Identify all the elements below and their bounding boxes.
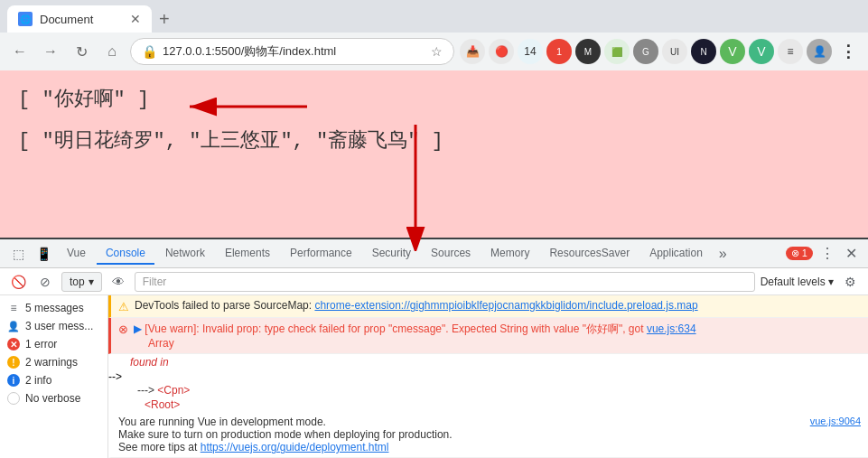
filter-user-messages[interactable]: 👤 3 user mess... (0, 317, 107, 335)
error-message-icon: ⊗ (118, 322, 128, 336)
root-component-name: <Root> (145, 398, 180, 411)
filter-toggle-button[interactable]: ⊘ (34, 271, 56, 293)
filter-input[interactable] (135, 272, 755, 292)
console-message-warning-1: ⚠ DevTools failed to parse SourceMap: ch… (108, 295, 868, 318)
message-text-1: DevTools failed to parse SourceMap: (135, 299, 314, 312)
error-message-text: [Vue warn]: Invalid prop: type check fai… (145, 322, 647, 335)
message-content-error: ▶ [Vue warn]: Invalid prop: type check f… (134, 322, 861, 350)
devtools-close-button[interactable]: ✕ (842, 241, 861, 266)
vue-source-info[interactable]: vue.js:9064 (810, 416, 861, 426)
bookmark-button[interactable]: ☆ (431, 44, 443, 59)
tab-application[interactable]: Application (640, 243, 712, 265)
info-count-label: 2 info (25, 374, 51, 387)
context-label: top (70, 276, 85, 288)
info-icon: i (7, 374, 20, 387)
ext-icon-11[interactable]: V (749, 39, 774, 64)
info-text-1: You are running Vue in development mode. (118, 416, 326, 428)
info-line-2: Make sure to turn on production mode whe… (118, 428, 861, 441)
devtools-left-icons: ⬚ 📱 (7, 243, 54, 265)
component-cpn-row: ---> <Cpn> (108, 383, 868, 397)
ext-icon-6[interactable]: 🟩 (604, 39, 630, 64)
tab-resourcessaver[interactable]: ResourcesSaver (540, 243, 639, 265)
settings-button[interactable]: ⚙ (839, 271, 861, 293)
more-tabs-button[interactable]: » (714, 242, 733, 266)
tab-elements[interactable]: Elements (216, 243, 279, 265)
sourcemap-link-1[interactable]: chrome-extension://gighmmpioibklfepjocna… (314, 299, 697, 312)
ext-icon-7[interactable]: G (633, 39, 658, 64)
ext-icon-9[interactable]: N (691, 39, 716, 64)
error-count-label: 1 error (25, 338, 57, 351)
verbose-icon (7, 392, 20, 405)
nav-bar: ← → ↻ ⌂ 🔒 127.0.0.1:5500/购物车/index.html … (0, 33, 868, 70)
devtools-menu-button[interactable]: ⋮ (817, 241, 838, 266)
refresh-button[interactable]: ↻ (69, 39, 94, 64)
message-filter-sidebar: ≡ 5 messages 👤 3 user mess... ✕ 1 error … (0, 295, 108, 458)
info-text-3: See more tips at (118, 441, 201, 453)
toolbar-icons: 📥 🔴 14 1 M 🟩 G UI N V V ≡ 👤 ⋮ (460, 39, 861, 64)
found-in-text: found in (130, 356, 169, 369)
ext-icon-2[interactable]: 🔴 (489, 39, 514, 64)
default-levels-button[interactable]: Default levels ▾ (761, 276, 834, 288)
found-in-row: found in (108, 354, 868, 370)
tab-network[interactable]: Network (156, 243, 214, 265)
ext-icon-5[interactable]: M (575, 39, 601, 64)
info-line-1: You are running Vue in development mode.… (118, 416, 861, 428)
vuejs-guide-link[interactable]: https://vuejs.org/guide/deployment.html (201, 441, 389, 453)
arrow-text: ---> (137, 384, 157, 397)
tab-close-button[interactable]: ✕ (130, 12, 141, 26)
tab-memory[interactable]: Memory (481, 243, 538, 265)
filter-all-messages[interactable]: ≡ 5 messages (0, 299, 107, 317)
filter-info[interactable]: i 2 info (0, 371, 107, 389)
all-messages-icon: ≡ (7, 302, 20, 314)
clear-console-button[interactable]: 🚫 (7, 271, 29, 293)
menu-button[interactable]: ⋮ (835, 39, 861, 64)
user-messages-icon: 👤 (7, 320, 20, 332)
browser-window: 🌐 Document ✕ + ← → ↻ ⌂ 🔒 127.0.0.1:5500/… (0, 0, 868, 70)
address-text: 127.0.0.1:5500/购物车/index.html (163, 43, 425, 60)
ext-icon-8[interactable]: UI (662, 39, 687, 64)
filter-errors[interactable]: ✕ 1 error (0, 335, 107, 353)
error-array-text: Array (134, 337, 174, 350)
tab-title: Document (40, 13, 123, 26)
console-content: ≡ 5 messages 👤 3 user mess... ✕ 1 error … (0, 295, 868, 458)
tab-console[interactable]: Console (97, 243, 154, 265)
inspect-icon[interactable]: ⬚ (7, 243, 29, 265)
eye-button[interactable]: 👁 (107, 271, 129, 293)
tab-vue[interactable]: Vue (58, 243, 95, 265)
warnings-count-label: 2 warnings (25, 356, 78, 369)
active-tab[interactable]: 🌐 Document ✕ (7, 5, 152, 33)
tab-performance[interactable]: Performance (281, 243, 361, 265)
warning-message-icon: ⚠ (118, 300, 129, 313)
warning-icon: ! (7, 356, 20, 369)
tab-bar: 🌐 Document ✕ + (0, 0, 868, 33)
filter-verbose[interactable]: No verbose (0, 389, 107, 407)
ext-icon-3[interactable]: 14 (518, 39, 543, 64)
component-root-row: <Root> (108, 397, 868, 412)
context-selector[interactable]: top ▾ (61, 272, 102, 292)
back-button[interactable]: ← (7, 39, 33, 64)
ext-icon-12[interactable]: ≡ (778, 39, 803, 64)
device-icon[interactable]: 📱 (33, 243, 54, 265)
default-levels-label: Default levels ▾ (761, 276, 834, 288)
filter-warnings[interactable]: ! 2 warnings (0, 353, 107, 371)
console-message-info-1: You are running Vue in development mode.… (108, 412, 868, 458)
home-button[interactable]: ⌂ (99, 39, 125, 64)
all-messages-label: 5 messages (25, 302, 84, 314)
lock-icon: 🔒 (142, 44, 157, 59)
ext-icon-4[interactable]: 1 (546, 39, 572, 64)
vue-source-link[interactable]: vue.js:634 (647, 322, 696, 335)
address-bar[interactable]: 🔒 127.0.0.1:5500/购物车/index.html ☆ (130, 38, 454, 65)
tab-favicon: 🌐 (18, 12, 33, 26)
message-content-info: You are running Vue in development mode.… (118, 416, 861, 453)
page-content: [ "你好啊" ] [ "明日花绮罗", "上三悠亚", "斋藤飞鸟" ] (0, 70, 868, 238)
console-message-error-1: ⊗ ▶ [Vue warn]: Invalid prop: type check… (108, 318, 868, 354)
forward-button[interactable]: → (38, 39, 63, 64)
arrow-annotation-1 (181, 89, 325, 127)
ext-icon-1[interactable]: 📥 (460, 39, 485, 64)
new-tab-button[interactable]: + (159, 10, 170, 28)
avatar-icon[interactable]: 👤 (807, 39, 832, 64)
user-messages-label: 3 user mess... (25, 320, 93, 332)
expand-error-icon[interactable]: ▶ (134, 322, 142, 335)
ext-icon-10[interactable]: V (720, 39, 745, 64)
error-badge[interactable]: ⊗ 1 (786, 247, 813, 260)
